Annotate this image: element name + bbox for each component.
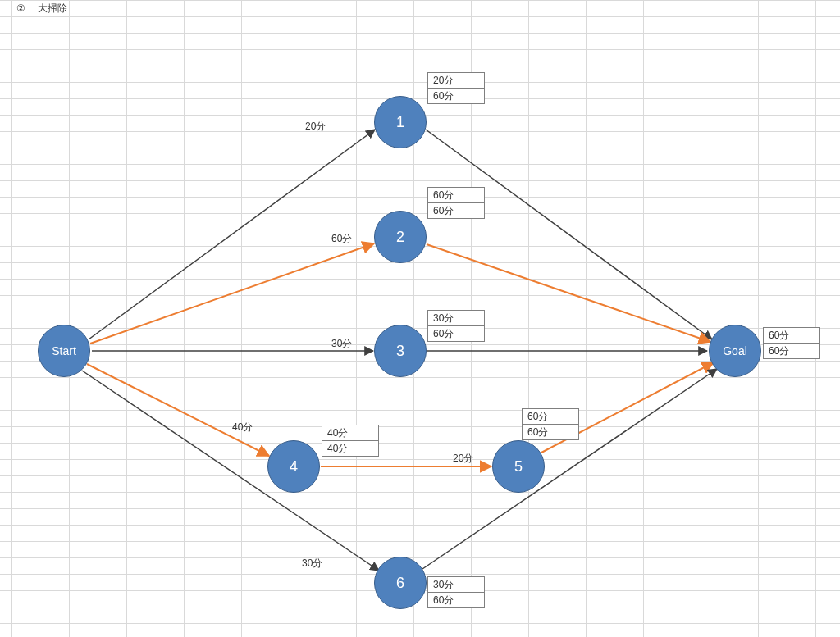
edge-label-start-3: 30分 <box>331 337 352 351</box>
box-node-3-bot: 60分 <box>427 326 485 342</box>
node-6: 6 <box>374 557 427 609</box>
node-goal: Goal <box>709 325 761 377</box>
node-1: 1 <box>374 96 427 148</box>
edge-label-start-4: 40分 <box>232 421 253 435</box>
box-node-6-bot: 60分 <box>427 593 485 608</box>
box-node-goal: 60分 60分 <box>763 327 820 359</box>
edge-1-goal <box>426 130 712 339</box>
box-node-2: 60分 60分 <box>427 187 485 219</box>
box-node-4-top: 40分 <box>322 425 379 441</box>
edge-label-start-2: 60分 <box>331 232 352 246</box>
box-node-6: 30分 60分 <box>427 576 485 608</box>
edge-start-4 <box>87 364 269 456</box>
box-node-3: 30分 60分 <box>427 310 485 342</box>
node-3: 3 <box>374 325 427 377</box>
box-node-2-top: 60分 <box>427 187 485 203</box>
box-node-goal-top: 60分 <box>763 327 820 344</box>
edge-6-goal <box>422 369 717 569</box>
box-node-1-top: 20分 <box>427 72 485 89</box>
box-node-4-bot: 40分 <box>322 441 379 457</box>
box-node-5-top: 60分 <box>522 408 579 425</box>
box-node-6-top: 30分 <box>427 576 485 593</box>
box-node-5: 60分 60分 <box>522 408 579 440</box>
node-start: Start <box>38 325 90 377</box>
edge-label-start-6: 30分 <box>302 557 322 571</box>
edge-start-6 <box>82 371 379 571</box>
edge-label-start-1: 20分 <box>305 120 326 134</box>
box-node-1: 20分 60分 <box>427 72 485 104</box>
arrows-layer <box>0 0 840 637</box>
box-node-2-bot: 60分 <box>427 203 485 219</box>
node-5: 5 <box>492 440 545 493</box>
box-node-1-bot: 60分 <box>427 89 485 104</box>
box-node-4: 40分 40分 <box>322 425 379 457</box>
box-node-5-bot: 60分 <box>522 425 579 440</box>
node-2: 2 <box>374 211 427 263</box>
edge-start-2 <box>90 243 374 344</box>
box-node-3-top: 30分 <box>427 310 485 326</box>
node-4: 4 <box>267 440 320 493</box>
box-node-goal-bot: 60分 <box>763 344 820 359</box>
edge-label-4-5: 20分 <box>453 452 473 466</box>
